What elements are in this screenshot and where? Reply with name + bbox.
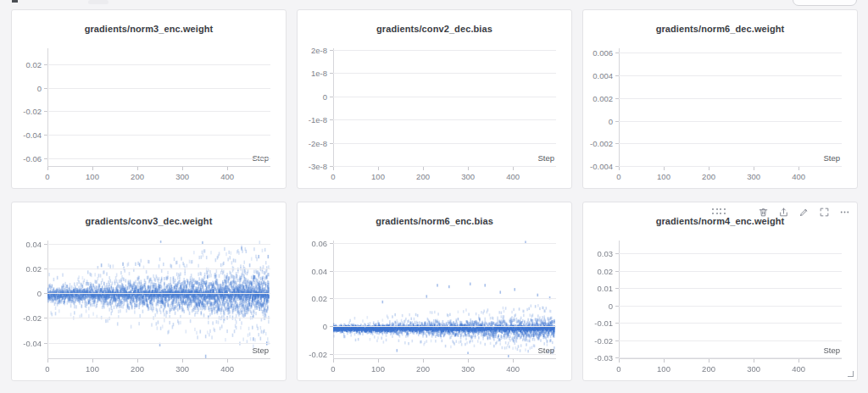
y-tick-mark <box>615 75 619 76</box>
y-gridline <box>619 75 842 76</box>
x-tick-label: 400 <box>782 364 815 374</box>
y-gridline <box>619 143 842 144</box>
x-tick-label: 100 <box>361 364 395 374</box>
y-gridline <box>619 121 842 122</box>
x-tick-mark <box>423 359 424 363</box>
x-tick-label: 0 <box>602 172 636 181</box>
y-tick-label: 0.006 <box>583 48 613 58</box>
x-axis-line <box>47 358 270 359</box>
y-tick-mark <box>330 50 333 51</box>
y-gridline <box>619 253 842 254</box>
x-tick-mark <box>513 359 514 363</box>
y-tick-label: -0.004 <box>583 162 613 171</box>
y-gridline <box>619 288 842 289</box>
y-tick-mark <box>330 298 333 299</box>
y-tick-label: 1e-8 <box>298 69 327 78</box>
y-tick-mark <box>44 318 47 318</box>
y-tick-label: 0.04 <box>12 240 42 249</box>
x-tick-label: 0 <box>31 172 64 181</box>
chart-panel[interactable]: gradients/conv2_dec.bias Step 2e-81e-80-… <box>297 9 572 189</box>
x-tick-label: 400 <box>210 172 244 181</box>
y-tick-label: -0.01 <box>583 318 613 328</box>
y-tick-label: 0.02 <box>12 60 42 69</box>
y-tick-mark <box>44 158 47 159</box>
x-tick-mark <box>754 359 754 363</box>
x-tick-mark <box>709 359 709 363</box>
x-tick-label: 300 <box>737 172 771 181</box>
chart-canvas[interactable] <box>47 48 270 166</box>
chart-canvas[interactable] <box>619 48 842 166</box>
y-tick-mark <box>44 64 47 65</box>
resize-handle[interactable] <box>848 371 854 377</box>
y-tick-mark <box>330 97 333 97</box>
y-tick-label: -0.06 <box>12 154 42 163</box>
y-gridline <box>619 323 842 324</box>
y-gridline <box>333 166 556 167</box>
x-tick-label: 400 <box>210 364 244 374</box>
y-tick-label: 2e-8 <box>298 46 327 55</box>
x-tick-mark <box>468 167 469 170</box>
x-tick-mark <box>92 359 93 363</box>
y-tick-mark <box>615 288 619 289</box>
chart-area: Step 0.0060.0040.0020-0.002-0.0040100200… <box>583 10 857 188</box>
step-axis-label: Step <box>252 346 269 355</box>
x-tick-label: 100 <box>647 364 681 374</box>
y-tick-mark <box>44 268 47 269</box>
x-tick-label: 400 <box>496 172 530 181</box>
y-gridline <box>333 50 556 51</box>
x-tick-label: 200 <box>406 172 440 181</box>
y-tick-label: 0.01 <box>583 284 613 293</box>
y-tick-label: 0.04 <box>298 267 327 276</box>
y-tick-label: 0 <box>12 84 42 93</box>
x-tick-mark <box>619 359 620 363</box>
y-gridline <box>47 244 270 245</box>
y-gridline <box>333 326 556 327</box>
y-tick-label: -0.002 <box>583 139 613 148</box>
y-gridline <box>333 97 556 97</box>
y-gridline <box>47 318 270 318</box>
top-right-cutoff-button[interactable] <box>793 0 857 6</box>
dashboard-panel-grid: gradients/norm3_enc.weight Step 0.020-0.… <box>0 0 868 393</box>
x-tick-mark <box>227 359 228 363</box>
chart-area: Step 2e-81e-80-1e-8-2e-8-3e-801002003004… <box>298 10 571 188</box>
y-gridline <box>47 158 270 159</box>
y-tick-mark <box>330 271 333 272</box>
y-tick-label: 0.02 <box>298 294 327 303</box>
y-gridline <box>619 340 842 341</box>
chart-panel[interactable]: gradients/norm6_dec.weight Step 0.0060.0… <box>582 9 858 189</box>
x-tick-label: 300 <box>451 172 485 181</box>
chart-panel[interactable]: gradients/norm6_enc.bias Step 0.060.040.… <box>297 202 572 381</box>
chart-panel[interactable]: gradients/norm4_enc.weight Step 0.030.02… <box>582 202 858 381</box>
x-tick-mark <box>333 167 334 170</box>
y-tick-mark <box>330 354 333 355</box>
y-tick-mark <box>615 98 619 99</box>
x-tick-label: 200 <box>692 172 726 181</box>
y-tick-mark <box>44 343 47 344</box>
x-tick-label: 0 <box>602 364 636 374</box>
x-tick-mark <box>378 359 379 363</box>
y-gridline <box>47 111 270 112</box>
chart-area: Step 0.060.040.020-0.020100200300400 <box>298 202 571 380</box>
y-tick-label: -1e-8 <box>298 115 327 125</box>
step-axis-label: Step <box>823 153 840 163</box>
x-tick-mark <box>47 167 48 170</box>
x-tick-label: 300 <box>165 172 199 181</box>
chart-panel[interactable]: gradients/conv3_dec.weight Step 0.040.02… <box>11 202 287 381</box>
chart-canvas[interactable] <box>333 48 556 166</box>
y-gridline <box>333 143 556 144</box>
chart-panel[interactable]: gradients/norm3_enc.weight Step 0.020-0.… <box>11 9 287 189</box>
chart-canvas[interactable] <box>47 241 270 358</box>
y-tick-label: 0.02 <box>12 264 42 274</box>
x-tick-label: 100 <box>647 172 681 181</box>
chart-canvas[interactable] <box>333 241 556 358</box>
y-tick-mark <box>615 53 619 53</box>
x-tick-label: 200 <box>406 364 440 374</box>
y-tick-mark <box>44 244 47 245</box>
chart-area: Step 0.040.020-0.02-0.040100200300400 <box>12 202 286 380</box>
x-axis-line <box>47 166 270 167</box>
y-gridline <box>47 88 270 89</box>
x-tick-mark <box>664 167 665 170</box>
y-tick-label: -2e-8 <box>298 139 327 148</box>
y-gridline <box>47 343 270 344</box>
y-tick-label: 0 <box>583 117 613 126</box>
